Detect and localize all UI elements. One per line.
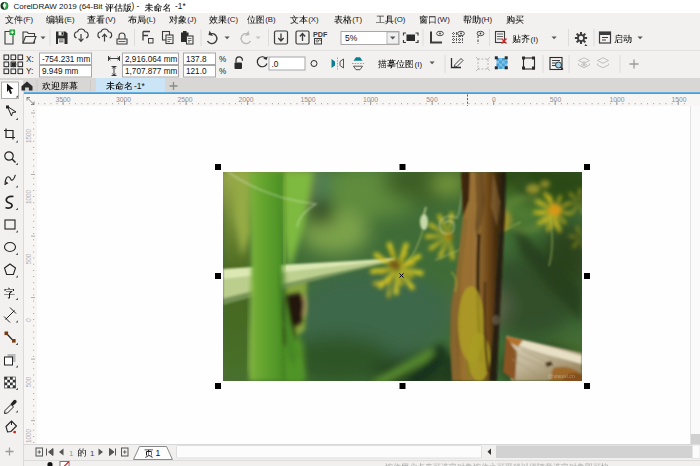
svg-text:2500: 2500 — [177, 96, 192, 103]
svg-text:1000: 1000 — [25, 190, 32, 205]
svg-text:-1*: -1* — [134, 81, 146, 91]
svg-text:2000: 2000 — [238, 96, 253, 103]
svg-text:(C): (C) — [227, 15, 238, 24]
svg-text:1000: 1000 — [25, 429, 32, 444]
svg-text:0: 0 — [25, 318, 32, 322]
svg-text:9.949 mm: 9.949 mm — [42, 67, 79, 76]
svg-text:(I): (I) — [531, 35, 539, 44]
svg-text:1: 1 — [90, 449, 95, 458]
svg-text:-754.231 mm: -754.231 mm — [42, 55, 90, 64]
svg-text:(W): (W) — [437, 15, 450, 24]
svg-text:(X): (X) — [308, 15, 319, 24]
svg-text:(L): (L) — [146, 15, 156, 24]
svg-text:) -: ) - — [132, 1, 140, 11]
svg-text:Y:: Y: — [26, 67, 33, 76]
svg-text:121.0: 121.0 — [186, 67, 207, 76]
svg-text:(H): (H) — [481, 15, 492, 24]
svg-text:(I): (I) — [415, 60, 423, 69]
svg-text:137.8: 137.8 — [186, 55, 207, 64]
svg-text:3000: 3000 — [116, 96, 131, 103]
svg-text:500: 500 — [25, 253, 32, 264]
svg-text:1: 1 — [156, 448, 161, 458]
svg-text:1,707.877 mm: 1,707.877 mm — [125, 67, 178, 76]
svg-text:-1*: -1* — [175, 1, 186, 11]
svg-text:CorelDRAW 2019 (64-Bit: CorelDRAW 2019 (64-Bit — [14, 2, 104, 11]
svg-text:(B): (B) — [265, 15, 276, 24]
svg-text:500: 500 — [25, 376, 32, 387]
svg-text:2,916.064 mm: 2,916.064 mm — [125, 55, 178, 64]
svg-text:X:: X: — [26, 55, 34, 64]
svg-text:PDF: PDF — [313, 30, 328, 39]
svg-text:(F): (F) — [23, 15, 33, 24]
svg-text:%: % — [219, 67, 226, 76]
svg-text:1500: 1500 — [25, 129, 32, 144]
svg-text:1500: 1500 — [671, 96, 686, 103]
svg-text:%: % — [219, 55, 226, 64]
svg-text:(T): (T) — [352, 15, 362, 24]
svg-text:.0: .0 — [272, 60, 279, 69]
svg-text:1: 1 — [69, 449, 74, 458]
svg-text:1500: 1500 — [300, 96, 315, 103]
svg-text:(E): (E) — [64, 15, 75, 24]
svg-text:(V): (V) — [105, 15, 116, 24]
svg-text:5%: 5% — [345, 33, 358, 43]
svg-text:(O): (O) — [394, 15, 406, 24]
svg-text:(J): (J) — [187, 15, 196, 24]
